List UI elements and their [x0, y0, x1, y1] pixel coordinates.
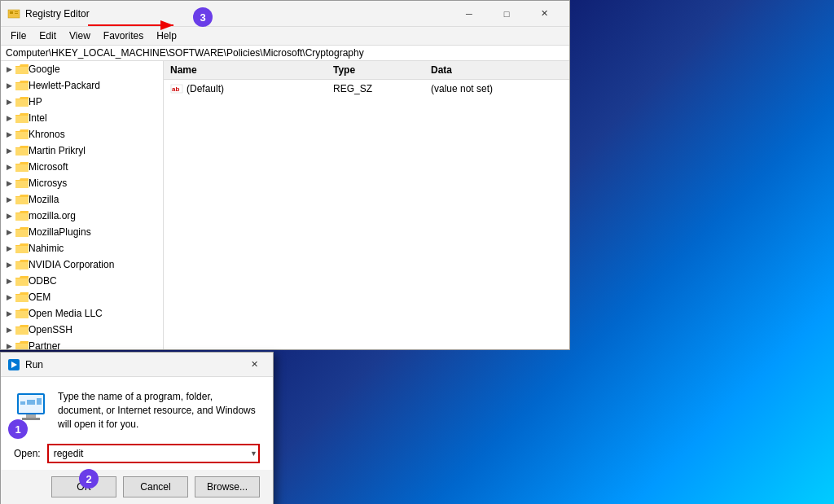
badge-1: 1 [8, 419, 28, 439]
expand-arrow: ▶ [4, 195, 14, 204]
folder-icon [15, 227, 29, 237]
col-header-data: Data [431, 64, 563, 76]
folder-icon [15, 292, 29, 302]
tree-item-oem[interactable]: ▶ OEM [1, 289, 163, 305]
address-bar: Computer\HKEY_LOCAL_MACHINE\SOFTWARE\Pol… [1, 46, 569, 61]
folder-icon [15, 81, 29, 90]
tree-label: NVIDIA Corporation [29, 259, 114, 270]
run-titlebar-icon [7, 358, 20, 371]
tree-label: Khronos [29, 129, 65, 140]
run-titlebar-left: Run [7, 358, 43, 371]
folder-icon [15, 64, 29, 74]
tree-item-microsoft[interactable]: ▶ Microsoft [1, 159, 163, 175]
run-open-label: Open: [14, 448, 41, 459]
tree-item-mozilla[interactable]: ▶ Mozilla [1, 191, 163, 208]
cancel-button[interactable]: Cancel [123, 476, 188, 497]
tree-label: HP [29, 96, 42, 107]
expand-arrow: ▶ [4, 129, 14, 139]
tree-item-khronos[interactable]: ▶ Khronos [1, 126, 163, 142]
folder-icon [15, 211, 29, 221]
expand-arrow: ▶ [4, 325, 14, 335]
folder-icon [15, 341, 29, 349]
svg-rect-15 [27, 400, 35, 405]
menu-file[interactable]: File [4, 28, 33, 43]
tree-label: Mozilla [29, 194, 59, 205]
folder-icon [15, 260, 29, 270]
badge-2: 2 [79, 469, 99, 489]
values-header: Name Type Data [164, 61, 569, 80]
expand-arrow: ▶ [4, 292, 14, 302]
registry-title: Registry Editor [25, 8, 90, 20]
address-text: Computer\HKEY_LOCAL_MACHINE\SOFTWARE\Pol… [6, 47, 364, 59]
folder-icon [15, 276, 29, 286]
tree-item-martin[interactable]: ▶ Martin Prikryl [1, 142, 163, 159]
tree-panel: ▶ Google ▶ Hewlett-Packard ▶ [1, 61, 164, 349]
registry-icon [7, 7, 20, 20]
close-button[interactable]: ✕ [525, 1, 563, 27]
run-input-row: Open: ▼ [1, 437, 273, 470]
folder-icon [15, 146, 29, 156]
maximize-button[interactable]: □ [488, 1, 525, 27]
run-description: Type the name of a program, folder, docu… [58, 390, 260, 431]
expand-arrow: ▶ [4, 341, 14, 349]
tree-item-google[interactable]: ▶ Google [1, 61, 163, 77]
svg-text:ab: ab [172, 85, 179, 93]
svg-rect-1 [10, 11, 13, 14]
folder-icon [15, 178, 29, 188]
svg-rect-16 [37, 398, 42, 405]
tree-label: OpenSSH [29, 324, 72, 335]
run-titlebar: Run ✕ [1, 353, 273, 377]
registry-editor-window: Registry Editor ─ □ ✕ File Edit View Fav… [0, 0, 570, 350]
expand-arrow: ▶ [4, 64, 14, 74]
folder-icon [15, 309, 29, 318]
tree-label: OEM [29, 291, 50, 303]
expand-arrow: ▶ [4, 276, 14, 286]
tree-item-hp[interactable]: ▶ HP [1, 94, 163, 110]
expand-arrow: ▶ [4, 211, 14, 221]
expand-arrow: ▶ [4, 243, 14, 253]
run-dialog: Run ✕ Type the name of a program, folder… [0, 352, 274, 504]
tree-label: Microsoft [29, 161, 68, 173]
tree-item-nvidia[interactable]: ▶ NVIDIA Corporation [1, 256, 163, 273]
tree-item-mozillaplugins[interactable]: ▶ MozillaPlugins [1, 224, 163, 240]
svg-rect-3 [15, 13, 18, 14]
tree-item-mozillaorg[interactable]: ▶ mozilla.org [1, 208, 163, 224]
tree-label: Hewlett-Packard [29, 80, 100, 91]
folder-icon [15, 97, 29, 107]
tree-item-intel[interactable]: ▶ Intel [1, 110, 163, 126]
titlebar-left: Registry Editor [7, 7, 90, 20]
tree-item-partner[interactable]: ▶ Partner [1, 338, 163, 349]
folder-icon [15, 162, 29, 172]
tree-item-odbc[interactable]: ▶ ODBC [1, 273, 163, 289]
window-controls: ─ □ ✕ [450, 1, 563, 27]
expand-arrow: ▶ [4, 162, 14, 172]
expand-arrow: ▶ [4, 227, 14, 237]
svg-rect-12 [26, 414, 36, 418]
value-type: REG_SZ [333, 83, 431, 94]
tree-label: Nahimic [29, 243, 64, 254]
browse-button[interactable]: Browse... [195, 476, 260, 497]
tree-item-openmedialcc[interactable]: ▶ Open Media LLC [1, 305, 163, 322]
tree-item-nahimic[interactable]: ▶ Nahimic [1, 240, 163, 256]
tree-label: Microsys [29, 177, 67, 189]
run-input[interactable] [47, 444, 260, 463]
tree-item-openssh[interactable]: ▶ OpenSSH [1, 322, 163, 338]
expand-arrow: ▶ [4, 178, 14, 188]
menu-edit[interactable]: Edit [33, 28, 63, 43]
values-row-default[interactable]: ab (Default) REG_SZ (value not set) [164, 80, 569, 98]
folder-icon [15, 129, 29, 139]
folder-icon [15, 113, 29, 123]
value-name: (Default) [187, 83, 224, 94]
tree-label: Intel [29, 112, 47, 124]
arrow-annotation [88, 16, 194, 34]
folder-icon [15, 195, 29, 204]
tree-item-hp-full[interactable]: ▶ Hewlett-Packard [1, 77, 163, 94]
run-close-button[interactable]: ✕ [242, 356, 266, 374]
tree-label: Open Media LLC [29, 308, 103, 319]
main-content: ▶ Google ▶ Hewlett-Packard ▶ [1, 61, 569, 349]
expand-arrow: ▶ [4, 113, 14, 123]
col-header-name: Name [170, 64, 333, 76]
minimize-button[interactable]: ─ [450, 1, 488, 27]
tree-label: Google [29, 64, 60, 75]
tree-item-microsys[interactable]: ▶ Microsys [1, 175, 163, 191]
